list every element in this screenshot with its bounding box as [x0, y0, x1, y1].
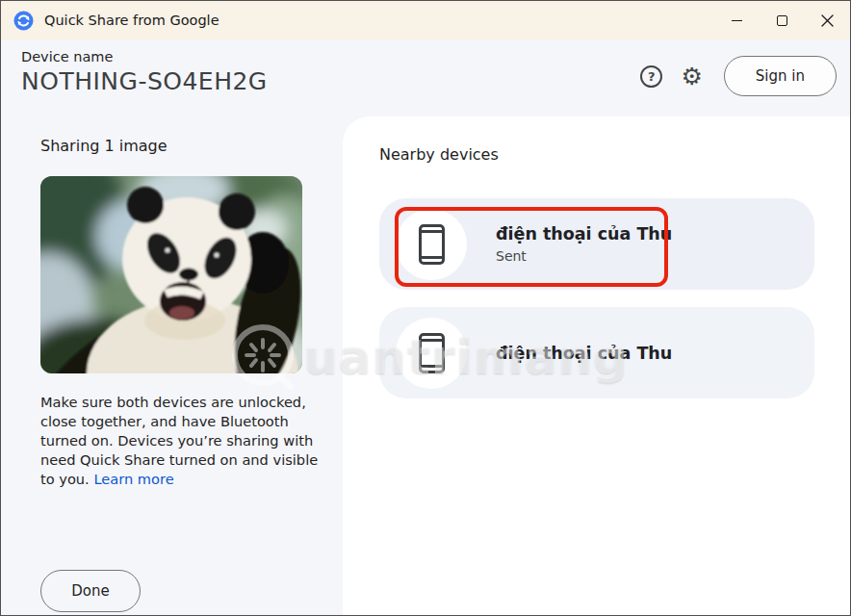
close-button[interactable]: [805, 1, 850, 39]
device-name-label: Device name: [21, 49, 268, 64]
instructions-text: Make sure both devices are unlocked, clo…: [40, 393, 324, 489]
device-avatar: [396, 318, 467, 389]
phone-icon: [419, 224, 445, 265]
device-card-status: Sent: [496, 248, 672, 264]
device-avatar: [396, 209, 467, 280]
device-card-text: điện thoại của Thu Sent: [496, 224, 672, 264]
nearby-devices-title: Nearby devices: [379, 145, 499, 164]
panda-image: [40, 176, 302, 373]
learn-more-link[interactable]: Learn more: [93, 471, 173, 487]
titlebar[interactable]: Quick Share from Google: [1, 1, 850, 39]
minimize-icon: [732, 20, 742, 21]
help-button[interactable]: ?: [632, 56, 672, 96]
done-button[interactable]: Done: [40, 570, 141, 612]
maximize-icon: [777, 15, 787, 26]
device-card-name: điện thoại của Thu: [496, 344, 672, 363]
settings-button[interactable]: ⚙: [672, 56, 712, 96]
help-icon: ?: [640, 65, 662, 88]
shared-image-preview: [40, 176, 302, 373]
device-card-text: điện thoại của Thu: [496, 344, 672, 363]
quick-share-window: Quick Share from Google Device name NOTH…: [0, 0, 851, 616]
sign-in-button[interactable]: Sign in: [724, 56, 837, 96]
phone-icon: [419, 333, 445, 373]
instructions-body: Make sure both devices are unlocked, clo…: [40, 394, 318, 487]
device-card-name: điện thoại của Thu: [496, 224, 672, 244]
device-name-block: Device name NOTHING-SO4EH2G: [21, 49, 268, 95]
close-icon: [821, 14, 834, 27]
window-controls: [714, 1, 850, 39]
minimize-button[interactable]: [714, 1, 760, 39]
sharing-title: Sharing 1 image: [40, 137, 168, 155]
maximize-button[interactable]: [760, 1, 805, 39]
header-actions: ? ⚙ Sign in: [632, 56, 837, 96]
window-title: Quick Share from Google: [44, 13, 219, 28]
device-card-sent[interactable]: điện thoại của Thu Sent: [379, 198, 814, 290]
gear-icon: ⚙: [682, 64, 703, 89]
device-name-value: NOTHING-SO4EH2G: [21, 67, 268, 95]
quick-share-logo-icon: [13, 11, 34, 31]
device-card[interactable]: điện thoại của Thu: [379, 307, 814, 398]
